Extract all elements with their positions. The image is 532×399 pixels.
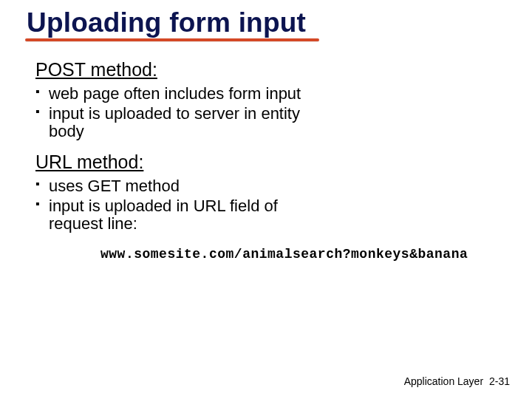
url-bullets: uses GET method input is uploaded in URL…	[35, 177, 316, 233]
title-underline	[25, 38, 319, 41]
page-number: 2-31	[489, 375, 510, 387]
list-item: input is uploaded to server in entity bo…	[35, 105, 316, 141]
footer: Application Layer 2-31	[404, 375, 510, 387]
title-wrap: Uploading form input	[27, 7, 306, 38]
list-item: web page often includes form input	[35, 85, 316, 103]
section-heading-url: URL method:	[35, 151, 316, 173]
list-item: uses GET method	[35, 177, 316, 196]
slide-body: POST method: web page often includes for…	[27, 59, 316, 233]
slide: Uploading form input POST method: web pa…	[0, 0, 532, 262]
list-item: input is uploaded in URL field of reques…	[35, 197, 316, 233]
footer-label: Application Layer	[404, 375, 483, 387]
slide-title: Uploading form input	[27, 7, 306, 38]
example-url: www.somesite.com/animalsearch?monkeys&ba…	[100, 247, 505, 262]
post-bullets: web page often includes form input input…	[35, 85, 316, 141]
section-heading-post: POST method:	[35, 59, 316, 81]
